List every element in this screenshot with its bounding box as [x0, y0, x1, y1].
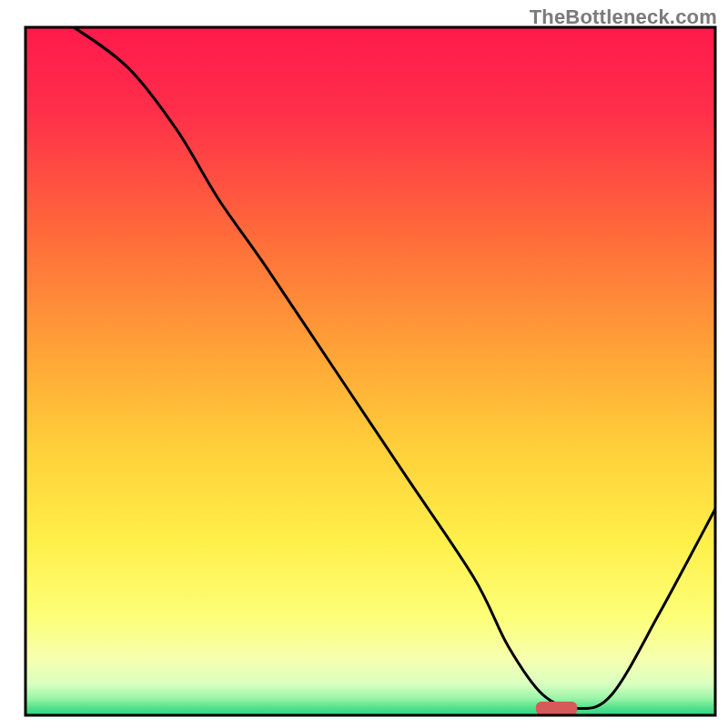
- gradient-background: [25, 27, 715, 715]
- optimal-marker: [536, 702, 577, 715]
- attribution-text: TheBottleneck.com: [530, 5, 717, 29]
- bottleneck-chart: [0, 0, 728, 728]
